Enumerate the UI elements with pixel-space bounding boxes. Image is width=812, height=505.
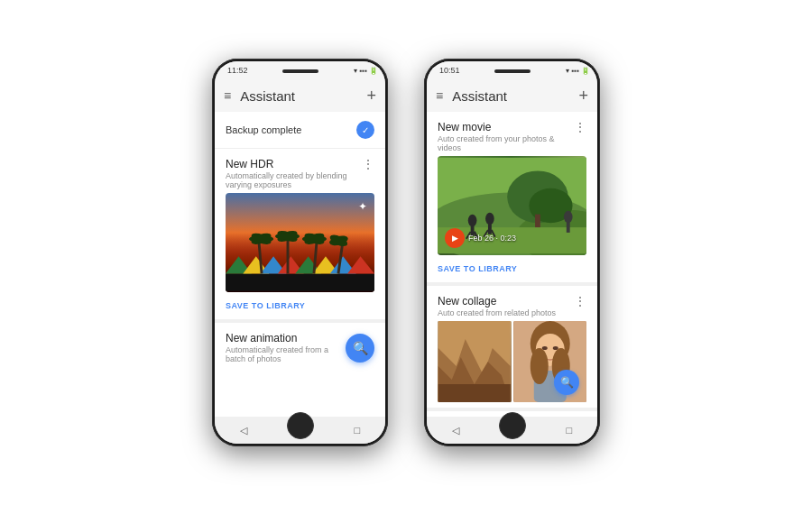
movie-card-header: New movie Auto created from your photos … [438, 121, 586, 152]
svg-rect-0 [226, 273, 374, 290]
movie-play-icon: ▶ [445, 228, 465, 248]
svg-marker-8 [347, 256, 374, 273]
svg-point-48 [541, 346, 547, 350]
hdr-card: New HDR Automatically created by blendin… [215, 149, 385, 323]
phone-2-speaker [494, 69, 531, 73]
phone-1-toolbar: ≡ Assistant + [215, 79, 385, 112]
movie-badge: ▶ Feb 26 · 0:23 [445, 228, 516, 248]
hdr-title: New HDR [226, 158, 362, 170]
collage-left-svg [438, 321, 512, 402]
movie-meta-text: Feb 26 · 0:23 [468, 234, 516, 243]
phone-2-status-icons: ▾ ▪▪▪ 🔋 [566, 67, 590, 75]
menu-icon-phone1[interactable]: ≡ [224, 88, 231, 103]
collage-fab-button[interactable]: 🔍 [554, 370, 579, 395]
movie-menu-dots[interactable]: ⋮ [574, 121, 586, 133]
collage-image-left [438, 321, 512, 402]
collage-menu-dots[interactable]: ⋮ [574, 295, 586, 308]
hdr-image-container: ✦ [226, 193, 374, 292]
collage-card-header: New collage Auto created from related ph… [438, 295, 586, 317]
backup-check-icon: ✓ [356, 121, 374, 139]
collage-image: 🔍 [438, 321, 586, 402]
phone-2-toolbar: ≡ Assistant + [427, 79, 597, 112]
phone-2-time: 10:51 [439, 66, 460, 75]
phone-1-home-button[interactable] [287, 412, 314, 439]
phone-1-screen: 11:52 ▾ ▪▪▪ 🔋 ≡ Assistant + Backup compl… [215, 61, 385, 444]
battery-icon: 🔋 [369, 67, 378, 75]
collage-title-group: New collage Auto created from related ph… [438, 295, 574, 317]
phone-1: 11:52 ▾ ▪▪▪ 🔋 ≡ Assistant + Backup compl… [212, 59, 388, 446]
movie-title: New movie [438, 121, 574, 133]
animation-card: New animation Automatically created from… [215, 323, 385, 372]
phone-1-title: Assistant [240, 88, 366, 104]
search-icon-collage: 🔍 [560, 376, 574, 389]
hdr-subtitle: Automatically created by blending varyin… [226, 171, 362, 189]
hdr-card-header: New HDR Automatically created by blendin… [226, 158, 374, 189]
svg-point-21 [302, 235, 327, 243]
search-icon-phone1: 🔍 [353, 341, 368, 355]
animation-text-group: New animation Automatically created from… [226, 332, 346, 363]
add-icon-phone2[interactable]: + [578, 87, 588, 106]
svg-point-15 [249, 235, 273, 243]
back-button-phone2[interactable]: ◁ [452, 425, 459, 436]
phone-1-speaker [282, 69, 318, 73]
add-icon-phone1[interactable]: + [366, 87, 376, 106]
movie-save-label[interactable]: SAVE TO LIBRARY [438, 261, 586, 277]
phone-1-status-icons: ▾ ▪▪▪ 🔋 [354, 67, 378, 75]
movie-title-group: New movie Auto created from your photos … [438, 121, 574, 152]
collage-card: New collage Auto created from related ph… [427, 286, 597, 411]
phone-2-screen: 10:51 ▾ ▪▪▪ 🔋 ≡ Assistant + [427, 61, 597, 444]
animation-title: New animation [226, 332, 346, 344]
svg-point-31 [468, 215, 477, 227]
phone-2-body: 10:51 ▾ ▪▪▪ 🔋 ≡ Assistant + [424, 59, 600, 446]
movie-card: New movie Auto created from your photos … [427, 112, 597, 286]
signal-icon-p2: ▪▪▪ [571, 67, 579, 75]
svg-point-18 [275, 233, 300, 240]
recent-button-phone1[interactable]: □ [354, 425, 360, 436]
svg-rect-40 [567, 222, 570, 233]
backup-text: Backup complete [226, 124, 356, 135]
hdr-image: ✦ [226, 193, 374, 292]
recent-button-phone2[interactable]: □ [566, 425, 572, 436]
menu-icon-phone2[interactable]: ≡ [436, 88, 443, 103]
movie-subtitle: Auto created from your photos & videos [438, 134, 574, 152]
movie-image: ▶ Feb 26 · 0:23 [438, 156, 586, 255]
back-button-phone1[interactable]: ◁ [240, 425, 247, 436]
phone-2-home-button[interactable] [499, 412, 526, 439]
wifi-icon-p2: ▾ [566, 67, 569, 75]
svg-point-23 [328, 233, 349, 249]
svg-point-51 [530, 348, 548, 384]
signal-icon: ▪▪▪ [359, 67, 367, 75]
animation-fab-button[interactable]: 🔍 [346, 334, 374, 363]
backup-row: Backup complete ✓ [215, 112, 385, 149]
movie-image-container: ▶ Feb 26 · 0:23 [438, 156, 586, 255]
phone-2-title: Assistant [452, 88, 578, 104]
svg-point-39 [564, 211, 573, 224]
phone-2: 10:51 ▾ ▪▪▪ 🔋 ≡ Assistant + [424, 59, 600, 446]
svg-rect-44 [438, 384, 511, 402]
phone-1-time: 11:52 [227, 66, 248, 75]
battery-icon-p2: 🔋 [581, 67, 590, 75]
hdr-save-label[interactable]: SAVE TO LIBRARY [226, 298, 374, 314]
phone-1-content: Backup complete ✓ New HDR Automatically … [215, 112, 385, 417]
animation-subtitle: Automatically created from a batch of ph… [226, 345, 346, 363]
phone-1-body: 11:52 ▾ ▪▪▪ 🔋 ≡ Assistant + Backup compl… [212, 59, 388, 446]
phone-2-content: New movie Auto created from your photos … [427, 112, 597, 417]
palm-trees-svg [226, 229, 374, 292]
hdr-menu-dots[interactable]: ⋮ [362, 158, 374, 170]
wifi-icon: ▾ [354, 67, 357, 75]
svg-point-35 [485, 213, 494, 225]
collage-title: New collage [438, 295, 574, 308]
svg-point-49 [552, 346, 558, 350]
hdr-title-group: New HDR Automatically created by blendin… [226, 158, 362, 189]
collage-subtitle: Auto created from related photos [438, 308, 574, 317]
sparkle-icon: ✦ [358, 200, 367, 213]
